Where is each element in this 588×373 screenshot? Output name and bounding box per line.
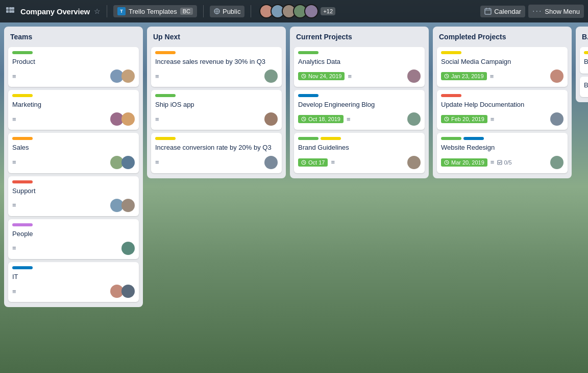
card-product[interactable]: Product≡ — [8, 47, 139, 87]
card-avatar-analytics-data-0[interactable] — [407, 69, 421, 83]
card-avatars-product[interactable] — [110, 69, 135, 83]
card-footer-it: ≡ — [12, 285, 135, 298]
header-divider-1 — [107, 5, 107, 17]
card-website-redesign[interactable]: Website Redesign Mar 20, 2019≡ 0/5 — [437, 133, 568, 173]
card-avatars-ship-ios[interactable] — [264, 112, 278, 126]
card-avatar-sales-1[interactable] — [121, 156, 135, 169]
trello-badge: BC — [180, 8, 193, 15]
avatar-5[interactable] — [304, 4, 318, 18]
card-update-help-docs[interactable]: Update Help Documentation Feb 20, 2019≡ — [437, 90, 568, 130]
card-meta-brand-guidelines: Oct 17≡ — [298, 158, 335, 167]
card-people[interactable]: People≡ — [8, 219, 139, 259]
card-analytics-data[interactable]: Analytics Data Nov 24, 2019≡ — [294, 47, 425, 87]
calendar-button[interactable]: Calendar — [480, 6, 525, 17]
card-avatar-marketing-1[interactable] — [121, 112, 135, 126]
card-footer-support: ≡ — [12, 199, 135, 212]
card-footer-social-media-campaign: Jan 23, 2019≡ — [441, 69, 564, 83]
card-avatar-product-1[interactable] — [121, 69, 135, 83]
card-avatars-develop-engineering-blog[interactable] — [407, 112, 421, 126]
public-button[interactable]: Public — [210, 6, 244, 17]
clock-icon — [301, 116, 306, 122]
card-meta-social-media-campaign: Jan 23, 2019≡ — [441, 72, 494, 80]
card-footer-develop-engineering-blog: Oct 18, 2019≡ — [298, 112, 421, 126]
svg-rect-2 — [12, 7, 14, 10]
card-support[interactable]: Support≡ — [8, 176, 139, 216]
card-avatar-increase-sales-0[interactable] — [264, 69, 278, 83]
card-avatars-increase-conversion[interactable] — [264, 156, 278, 169]
column-header-current-projects: Current Projects — [294, 32, 425, 44]
card-date-update-help-docs: Feb 20, 2019 — [441, 115, 487, 123]
card-color-bar-yellow — [584, 51, 588, 54]
card-avatars-brand-guidelines[interactable] — [407, 156, 421, 169]
card-increase-conversion[interactable]: Increase conversion rate by 20% by Q3≡ — [151, 133, 282, 173]
card-backlog-card-1[interactable]: B... C... re... — [580, 47, 588, 74]
card-avatar-brand-guidelines-0[interactable] — [407, 156, 421, 169]
card-meta-ship-ios: ≡ — [155, 115, 159, 123]
trello-icon: T — [117, 7, 126, 15]
card-desc-icon-social-media-campaign: ≡ — [490, 73, 494, 80]
card-color-bar-yellow — [321, 137, 341, 140]
card-avatars-update-help-docs[interactable] — [550, 112, 564, 126]
card-meta-analytics-data: Nov 24, 2019≡ — [298, 72, 352, 80]
card-date-website-redesign: Mar 20, 2019 — [441, 158, 487, 167]
globe-icon — [214, 8, 220, 14]
card-avatar-website-redesign-0[interactable] — [550, 156, 564, 169]
card-avatar-support-1[interactable] — [121, 199, 135, 212]
card-color-bar-yellow — [12, 94, 33, 97]
svg-rect-1 — [9, 7, 12, 10]
card-title-website-redesign: Website Redesign — [441, 143, 564, 152]
card-desc-icon-develop-engineering-blog: ≡ — [347, 115, 351, 123]
card-it[interactable]: IT≡ — [8, 262, 139, 302]
card-ship-ios[interactable]: Ship iOS app≡ — [151, 90, 282, 130]
card-develop-engineering-blog[interactable]: Develop Engineering Blog Oct 18, 2019≡ — [294, 90, 425, 130]
card-marketing[interactable]: Marketing≡ — [8, 90, 139, 130]
star-button[interactable]: ☆ — [94, 7, 101, 15]
clock-icon — [444, 116, 449, 122]
card-avatars-website-redesign[interactable] — [550, 156, 564, 169]
card-desc-icon-analytics-data: ≡ — [348, 73, 352, 80]
card-sales[interactable]: Sales≡ — [8, 133, 139, 173]
card-title-increase-conversion: Increase conversion rate by 20% by Q3 — [155, 143, 278, 152]
card-title-sales: Sales — [12, 143, 135, 152]
card-title-marketing: Marketing — [12, 100, 135, 109]
card-meta-develop-engineering-blog: Oct 18, 2019≡ — [298, 115, 351, 123]
card-avatar-ship-ios-0[interactable] — [264, 112, 278, 126]
trello-templates-button[interactable]: T Trello Templates BC — [113, 5, 197, 17]
card-avatar-social-media-campaign-0[interactable] — [550, 69, 564, 83]
header-divider-3 — [251, 5, 251, 17]
card-footer-increase-sales: ≡ — [155, 69, 278, 83]
card-color-bar-purple — [12, 223, 33, 226]
card-backlog-card-2[interactable]: B... a... d... — [580, 77, 588, 97]
card-social-media-campaign[interactable]: Social Media Campaign Jan 23, 2019≡ — [437, 47, 568, 87]
card-avatars-sales[interactable] — [110, 156, 135, 169]
card-increase-sales[interactable]: Increase sales revenue by 30% in Q3≡ — [151, 47, 282, 87]
card-desc-icon-people: ≡ — [12, 244, 16, 252]
card-avatar-increase-conversion-0[interactable] — [264, 156, 278, 169]
card-title-backlog-card-2: B... a... d... — [584, 81, 588, 90]
card-avatar-it-1[interactable] — [121, 285, 135, 298]
column-header-completed-projects: Completed Projects — [437, 32, 568, 44]
svg-rect-5 — [12, 10, 14, 13]
card-avatars-people[interactable] — [121, 242, 135, 255]
grid-icon[interactable] — [4, 5, 16, 17]
card-avatar-people-0[interactable] — [121, 242, 135, 255]
card-avatars-analytics-data[interactable] — [407, 69, 421, 83]
card-footer-update-help-docs: Feb 20, 2019≡ — [441, 112, 564, 126]
card-avatars-increase-sales[interactable] — [264, 69, 278, 83]
card-avatar-develop-engineering-blog-0[interactable] — [407, 112, 421, 126]
card-avatar-update-help-docs-0[interactable] — [550, 112, 564, 126]
card-color-bar-blue — [12, 266, 33, 269]
clock-icon — [301, 74, 306, 79]
card-desc-icon-website-redesign: ≡ — [491, 158, 495, 166]
card-brand-guidelines[interactable]: Brand Guidelines Oct 17≡ — [294, 133, 425, 173]
member-avatars[interactable]: +12 — [259, 4, 335, 18]
card-meta-support: ≡ — [12, 201, 16, 209]
card-avatars-social-media-campaign[interactable] — [550, 69, 564, 83]
card-avatars-marketing[interactable] — [110, 112, 135, 126]
show-menu-button[interactable]: ··· Show Menu — [528, 5, 584, 18]
card-avatars-it[interactable] — [110, 285, 135, 298]
card-color-bar-yellow — [155, 137, 176, 140]
avatar-count[interactable]: +12 — [321, 7, 335, 15]
card-avatars-support[interactable] — [110, 199, 135, 212]
board-area[interactable]: TeamsProduct≡Marketing≡Sales≡Support≡Peo… — [0, 22, 588, 373]
